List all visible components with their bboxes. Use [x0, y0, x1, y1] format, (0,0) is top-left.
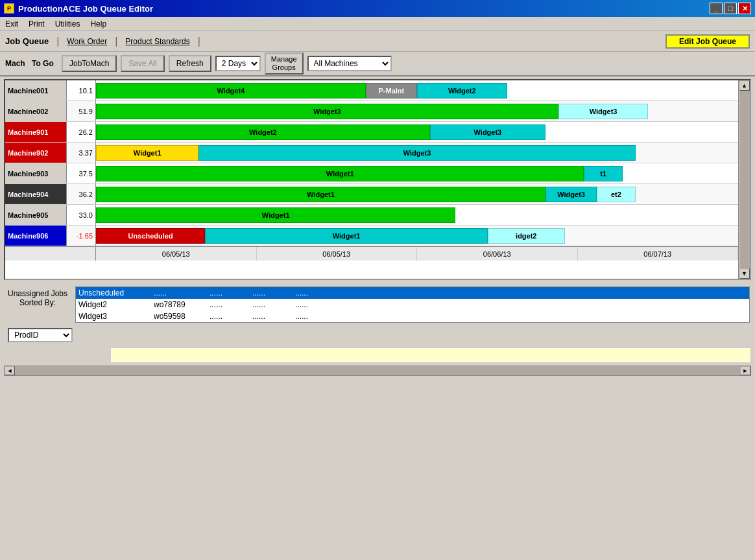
- maximize-button[interactable]: □: [724, 3, 737, 14]
- menu-utilities[interactable]: Utilities: [55, 19, 80, 29]
- job-bar[interactable]: idget2: [488, 228, 565, 244]
- save-all-button[interactable]: Save All: [121, 55, 164, 72]
- machine-label: Machine901: [5, 122, 67, 142]
- gantt-bars: Widget1 Widget3: [96, 143, 738, 163]
- app-title: ProductionACE Job Queue Editor: [18, 4, 153, 14]
- date-label: 06/07/13: [578, 247, 739, 261]
- togo-label: To Go: [32, 59, 58, 68]
- toolbar: Mach To Go JobToMach Save All Refresh 2 …: [0, 52, 755, 76]
- togo-value: 26.2: [67, 122, 96, 142]
- refresh-button[interactable]: Refresh: [169, 55, 211, 72]
- togo-value: -1.65: [67, 226, 96, 246]
- table-row: Machine901 26.2 Widget2 Widget3: [5, 122, 738, 143]
- job-bar[interactable]: Widget1: [96, 166, 584, 181]
- job-bar[interactable]: Widget3: [558, 104, 649, 119]
- gantt-bars: Widget1 t1: [96, 163, 738, 183]
- job-bar[interactable]: Unscheduled: [96, 228, 205, 244]
- unassigned-title-line1: Unassigned Jobs: [5, 289, 70, 298]
- gantt-bars: Unscheduled Widget1 idget2: [96, 226, 738, 246]
- job-bar[interactable]: et2: [597, 187, 635, 202]
- gantt-bars: Widget2 Widget3: [96, 122, 738, 142]
- scroll-right-button[interactable]: ►: [740, 366, 750, 375]
- horizontal-scrollbar[interactable]: ◄ ►: [4, 366, 751, 376]
- tab-job-queue[interactable]: Job Queue: [5, 36, 49, 46]
- togo-value: 10.1: [67, 80, 96, 100]
- list-item[interactable]: Unscheduled ...... ...... ...... ......: [76, 287, 749, 299]
- h-scroll-track: [15, 366, 740, 375]
- tab-product-standards[interactable]: Product Standards: [125, 37, 189, 46]
- unassigned-col5: ......: [295, 300, 328, 309]
- gantt-bars: Widget3 Widget3: [96, 101, 738, 121]
- menu-exit[interactable]: Exit: [5, 19, 18, 29]
- days-select[interactable]: 2 Days 3 Days 5 Days 7 Days: [215, 56, 261, 71]
- list-item[interactable]: Widget3 wo59598 ...... ...... ......: [76, 310, 749, 322]
- togo-value: 3.37: [67, 143, 96, 163]
- job-bar[interactable]: Widget4: [96, 83, 366, 99]
- job-bar[interactable]: Widget1: [96, 207, 455, 223]
- machine-label: Machine002: [5, 101, 67, 121]
- job-bar[interactable]: Widget1: [205, 228, 488, 244]
- gantt-area: Machine001 10.1 Widget4 P-Maint Widget2 …: [5, 80, 738, 279]
- job-bar[interactable]: Widget3: [198, 145, 635, 161]
- unassigned-col5: ......: [295, 288, 328, 298]
- job-bar[interactable]: Widget2: [417, 83, 507, 99]
- unassigned-col5: ......: [295, 312, 328, 321]
- job-bar[interactable]: Widget3: [545, 187, 597, 202]
- job-bar[interactable]: Widget3: [96, 104, 558, 119]
- date-label: 06/06/13: [417, 247, 578, 261]
- unassigned-title-line2: Sorted By:: [5, 298, 70, 307]
- unassigned-col4: ......: [252, 312, 285, 321]
- table-row: Machine904 36.2 Widget1 Widget3 et2: [5, 184, 738, 205]
- edit-job-queue-button[interactable]: Edit Job Queue: [665, 34, 750, 49]
- unassigned-col2: ......: [154, 288, 199, 298]
- machine-label: Machine906: [5, 226, 67, 246]
- gantt-bars: Widget4 P-Maint Widget2: [96, 80, 738, 100]
- mach-label: Mach: [5, 59, 28, 68]
- job-bar[interactable]: Widget2: [96, 124, 430, 140]
- minimize-button[interactable]: _: [710, 3, 723, 14]
- togo-value: 36.2: [67, 184, 96, 204]
- togo-value: 51.9: [67, 101, 96, 121]
- machine-label: Machine905: [5, 205, 67, 225]
- list-item[interactable]: Widget2 wo78789 ...... ...... ......: [76, 299, 749, 310]
- nav-area: Job Queue | Work Order | Product Standar…: [0, 31, 755, 52]
- sort-select[interactable]: ProdID WorkOrder Due Date: [8, 328, 73, 342]
- job-bar[interactable]: Widget3: [430, 124, 545, 140]
- job-to-mach-button[interactable]: JobToMach: [62, 55, 117, 72]
- unassigned-col2: wo59598: [154, 312, 199, 321]
- scroll-up-button[interactable]: ▲: [739, 80, 750, 91]
- machine-label: Machine903: [5, 163, 67, 183]
- job-bar[interactable]: P-Maint: [366, 83, 417, 99]
- table-row: Machine001 10.1 Widget4 P-Maint Widget2: [5, 80, 738, 101]
- unassigned-col3: ......: [210, 288, 242, 298]
- menu-print[interactable]: Print: [29, 19, 45, 29]
- gantt-container: Machine001 10.1 Widget4 P-Maint Widget2 …: [4, 79, 751, 280]
- machine-label: Machine902: [5, 143, 67, 163]
- gantt-bars: Widget1: [96, 205, 738, 225]
- scroll-down-button[interactable]: ▼: [739, 268, 750, 279]
- table-row: Machine906 -1.65 Unscheduled Widget1 idg…: [5, 226, 738, 246]
- manage-groups-button[interactable]: Manage Groups: [265, 52, 304, 75]
- machines-select[interactable]: All Machines Machine001 Machine002: [307, 56, 392, 71]
- vertical-scrollbar[interactable]: ▲ ▼: [738, 80, 750, 279]
- tab-work-order[interactable]: Work Order: [67, 37, 107, 46]
- job-bar[interactable]: Widget1: [96, 187, 545, 202]
- scroll-left-button[interactable]: ◄: [5, 366, 15, 375]
- sort-area: ProdID WorkOrder Due Date: [0, 327, 755, 346]
- table-row: Machine002 51.9 Widget3 Widget3: [5, 101, 738, 122]
- title-bar: P ProductionACE Job Queue Editor _ □ ✕: [0, 0, 755, 17]
- unassigned-table: Unscheduled ...... ...... ...... ...... …: [75, 286, 750, 323]
- unassigned-label: Unassigned Jobs Sorted By:: [5, 286, 70, 307]
- unassigned-col3: ......: [210, 312, 242, 321]
- gantt-bars: Widget1 Widget3 et2: [96, 184, 738, 204]
- machine-label: Machine904: [5, 184, 67, 204]
- menu-bar: Exit Print Utilities Help: [0, 17, 755, 31]
- job-bar[interactable]: Widget1: [96, 145, 198, 161]
- job-bar[interactable]: t1: [584, 166, 622, 181]
- unassigned-col1: Unscheduled: [78, 288, 143, 298]
- unassigned-col3: ......: [210, 300, 242, 309]
- close-button[interactable]: ✕: [738, 3, 751, 14]
- menu-help[interactable]: Help: [90, 19, 106, 29]
- machine-label: Machine001: [5, 80, 67, 100]
- scroll-track: [739, 91, 750, 268]
